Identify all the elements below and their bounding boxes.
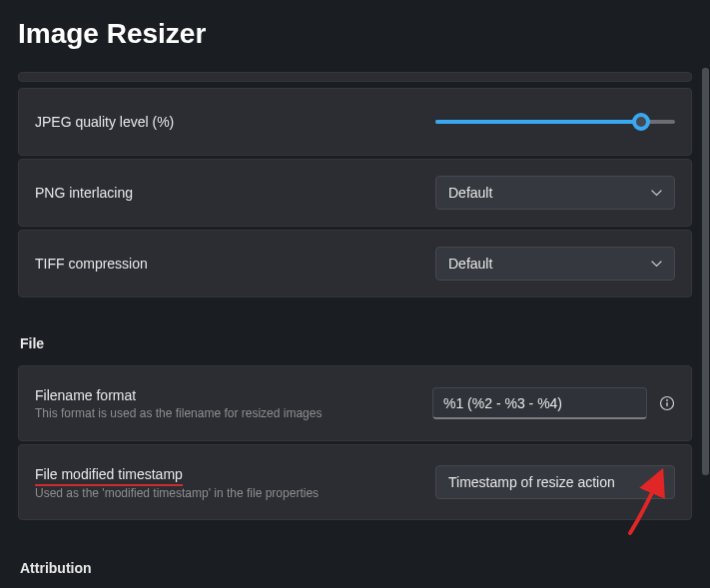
filename-format-labels: Filename format This format is used as t…	[35, 387, 322, 420]
file-modified-row: File modified timestamp Used as the 'mod…	[18, 444, 692, 520]
scrollbar[interactable]	[701, 68, 710, 587]
info-icon[interactable]	[659, 395, 675, 411]
file-modified-value: Timestamp of resize action	[448, 474, 615, 490]
page-title: Image Resizer	[18, 18, 692, 50]
content-area: JPEG quality level (%) PNG interlacing D…	[0, 72, 710, 588]
partial-row-top	[18, 72, 692, 82]
tiff-compression-dropdown[interactable]: Default	[435, 247, 675, 281]
page-header: Image Resizer	[0, 0, 710, 72]
png-interlacing-label: PNG interlacing	[35, 185, 133, 201]
png-interlacing-dropdown[interactable]: Default	[435, 176, 675, 210]
scrollbar-thumb[interactable]	[702, 68, 709, 475]
chevron-down-icon	[651, 259, 662, 270]
svg-point-1	[666, 399, 668, 401]
tiff-compression-row: TIFF compression Default	[18, 230, 692, 297]
filename-format-sublabel: This format is used as the filename for …	[35, 406, 322, 420]
jpeg-quality-label: JPEG quality level (%)	[35, 114, 174, 130]
file-section-heading: File	[18, 335, 692, 351]
jpeg-quality-row: JPEG quality level (%)	[18, 88, 692, 156]
file-modified-labels: File modified timestamp Used as the 'mod…	[35, 465, 319, 500]
file-modified-sublabel: Used as the 'modified timestamp' in the …	[35, 486, 319, 500]
attribution-heading: Attribution	[18, 560, 692, 576]
chevron-down-icon	[651, 477, 662, 488]
filename-format-row: Filename format This format is used as t…	[18, 365, 692, 441]
png-interlacing-value: Default	[448, 185, 492, 201]
tiff-compression-label: TIFF compression	[35, 256, 148, 272]
slider-thumb[interactable]	[632, 113, 650, 131]
png-interlacing-row: PNG interlacing Default	[18, 159, 692, 227]
svg-rect-2	[666, 402, 667, 406]
jpeg-quality-slider[interactable]	[435, 112, 675, 132]
filename-format-input[interactable]	[432, 387, 647, 419]
file-modified-dropdown[interactable]: Timestamp of resize action	[435, 465, 675, 499]
chevron-down-icon	[651, 188, 662, 199]
tiff-compression-value: Default	[448, 256, 492, 272]
filename-format-label: Filename format	[35, 387, 322, 403]
file-modified-label: File modified timestamp	[35, 466, 183, 486]
